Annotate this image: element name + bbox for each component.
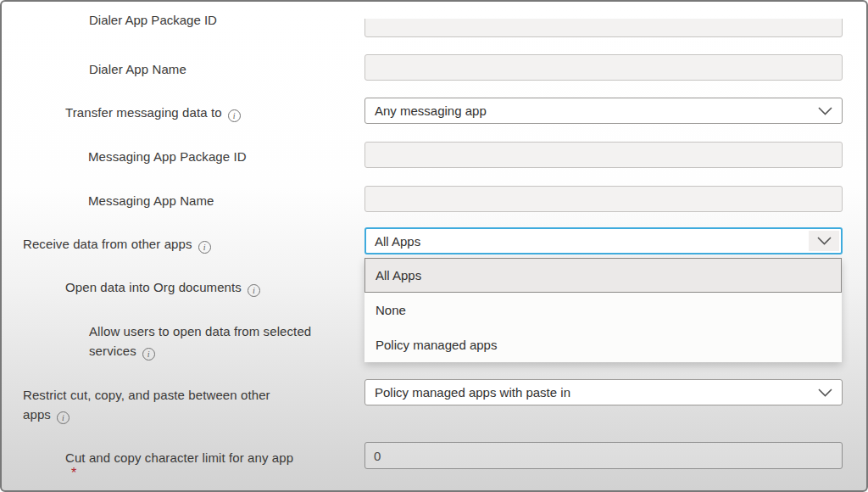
chevron-button[interactable] bbox=[809, 231, 839, 251]
app-protection-settings-panel: Dialer App Package ID Dialer App Name Tr… bbox=[0, 0, 868, 492]
label-transfer-messaging-data-to: Transfer messaging data toi bbox=[65, 103, 241, 122]
receive-data-dropdown-options-list: All Apps None Policy managed apps bbox=[364, 258, 842, 362]
label-messaging-app-name: Messaging App Name bbox=[88, 191, 214, 210]
receive-data-from-other-apps-dropdown[interactable]: All Apps bbox=[364, 227, 843, 254]
cut-copy-character-limit-input[interactable] bbox=[364, 442, 843, 469]
messaging-app-name-input bbox=[364, 186, 843, 212]
dialer-app-package-id-input bbox=[364, 19, 843, 37]
label-open-data-into-org-documents: Open data into Org documentsi bbox=[65, 277, 260, 297]
info-icon[interactable]: i bbox=[248, 284, 260, 297]
dropdown-selected-value: All Apps bbox=[375, 234, 420, 249]
label-restrict-cut-copy-paste: Restrict cut, copy, and paste between ot… bbox=[23, 385, 277, 424]
label-cut-copy-character-limit: Cut and copy character limit for any app bbox=[65, 448, 293, 467]
chevron-down-icon bbox=[817, 103, 832, 119]
dialer-app-name-input bbox=[364, 54, 843, 81]
transfer-messaging-data-to-dropdown[interactable]: Any messaging app bbox=[364, 98, 843, 124]
dropdown-selected-value: Policy managed apps with paste in bbox=[375, 385, 570, 400]
required-asterisk: * bbox=[71, 465, 76, 482]
label-allow-users-open-data-selected-services: Allow users to open data from selected s… bbox=[89, 321, 348, 361]
dropdown-option-none[interactable]: None bbox=[364, 293, 842, 327]
label-dialer-app-package-id: Dialer App Package ID bbox=[89, 14, 217, 31]
info-icon[interactable]: i bbox=[198, 241, 211, 254]
chevron-down-icon bbox=[816, 233, 832, 249]
label-messaging-app-package-id: Messaging App Package ID bbox=[88, 147, 247, 166]
messaging-app-package-id-input bbox=[364, 142, 843, 168]
info-icon[interactable]: i bbox=[142, 348, 155, 361]
label-dialer-app-name: Dialer App Name bbox=[89, 59, 186, 79]
dropdown-selected-value: Any messaging app bbox=[375, 103, 487, 118]
label-receive-data-from-other-apps: Receive data from other appsi bbox=[23, 234, 211, 254]
dropdown-option-policy-managed-apps[interactable]: Policy managed apps bbox=[364, 327, 842, 362]
restrict-cut-copy-paste-dropdown[interactable]: Policy managed apps with paste in bbox=[364, 379, 843, 405]
info-icon[interactable]: i bbox=[57, 411, 70, 424]
info-icon[interactable]: i bbox=[228, 109, 241, 122]
chevron-down-icon bbox=[817, 385, 832, 400]
dropdown-option-all-apps[interactable]: All Apps bbox=[364, 258, 842, 293]
